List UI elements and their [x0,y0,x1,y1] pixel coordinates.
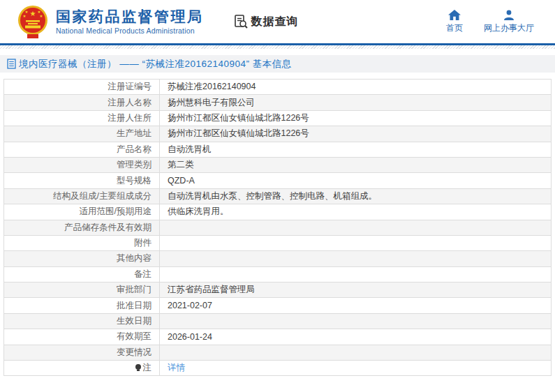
svg-text:★: ★ [23,14,27,18]
row-value: 自动洗胃机 [160,142,552,157]
row-value: 苏械注准20162140904 [160,80,552,95]
row-value: 自动洗胃机由水泵、控制管路、控制电路、机箱组成。 [160,188,552,204]
site-subtitle: National Medical Products Administration [56,27,204,35]
row-value: 第二类 [160,157,552,172]
logo-group: ★ ★ ★ ★ ★ 国家药品监督管理局 National Medical Pro… [17,4,204,39]
row-value: 详情 [160,361,552,376]
table-row: 其他内容 [4,251,552,266]
row-label: 注 [4,361,160,376]
table-row: 附件 [4,235,552,250]
row-label: 有效期至 [4,329,160,345]
row-label: 型号规格 [4,173,160,188]
data-query-label: 数据查询 [251,15,299,29]
data-query-menu[interactable]: 数据查询 [233,14,299,29]
row-value [160,266,552,282]
table-row: 有效期至2026-01-24 [4,329,552,345]
row-value: 2026-01-24 [160,329,552,345]
header-hatch-strip [0,45,555,49]
row-label: 生产地址 [4,126,160,142]
row-value [160,220,552,235]
table-row: 注册人住所扬州市江都区仙女镇仙城北路1226号 [4,110,552,126]
table-row: 批准日期2021-02-07 [4,298,552,313]
row-label: 其他内容 [4,251,160,266]
table-row: 生产地址扬州市江都区仙女镇仙城北路1226号 [4,126,552,142]
lightbulb-icon [135,364,141,370]
table-row: 结构及组成/主要组成成分自动洗胃机由水泵、控制管路、控制电路、机箱组成。 [4,188,552,204]
row-label: 变更情况 [4,345,160,360]
document-icon [7,59,16,69]
row-value [160,313,552,329]
title-block: 国家药品监督管理局 National Medical Products Admi… [56,8,204,35]
registration-info-table: 注册证编号苏械注准20162140904注册人名称扬州慧科电子有限公司注册人住所… [3,79,552,376]
row-label: 备注 [4,266,160,282]
table-row: 注册人名称扬州慧科电子有限公司 [4,95,552,110]
row-label: 管理类别 [4,157,160,172]
table-row: 型号规格QZD-A [4,173,552,188]
header-nav: 首页 网上办事大厅 [446,10,534,34]
row-value: 供临床洗胃用。 [160,204,552,220]
row-label: 注册证编号 [4,80,160,95]
row-value: 扬州市江都区仙女镇仙城北路1226号 [160,126,552,142]
row-label: 注册人住所 [4,110,160,126]
table-row: 生效日期 [4,313,552,329]
row-label: 产品储存条件及有效期 [4,220,160,235]
table-row: 产品储存条件及有效期 [4,220,552,235]
row-value: 2021-02-07 [160,298,552,313]
registration-info-table-wrap: 注册证编号苏械注准20162140904注册人名称扬州慧科电子有限公司注册人住所… [3,79,552,376]
nav-home-label: 首页 [446,22,463,34]
row-label: 产品名称 [4,142,160,157]
table-row: 备注 [4,266,552,282]
row-label: 生效日期 [4,313,160,329]
table-row: 管理类别第二类 [4,157,552,172]
row-value [160,235,552,250]
svg-text:★: ★ [40,14,43,18]
nav-online-service-hall[interactable]: 网上办事大厅 [484,10,534,34]
detail-link[interactable]: 详情 [168,363,185,372]
site-header: ★ ★ ★ ★ ★ 国家药品监督管理局 National Medical Pro… [0,0,555,43]
row-value: 扬州市江都区仙女镇仙城北路1226号 [160,110,552,126]
nav-hall-label: 网上办事大厅 [484,22,534,34]
table-row: 审批部门江苏省药品监督管理局 [4,282,552,298]
row-label: 附件 [4,235,160,250]
site-title: 国家药品监督管理局 [56,8,204,25]
table-row: 注册证编号苏械注准20162140904 [4,80,552,95]
breadcrumb-text: 境内医疗器械（注册） —— “苏械注准20162140904” 基本信息 [19,58,292,70]
row-value: QZD-A [160,173,552,188]
row-value [160,251,552,266]
svg-text:★: ★ [30,10,36,17]
row-label: 适用范围/预期用途 [4,204,160,220]
national-emblem-logo: ★ ★ ★ ★ ★ [17,4,49,39]
table-row: 变更情况 [4,345,552,360]
row-label: 注册人名称 [4,95,160,110]
nav-home[interactable]: 首页 [446,10,463,34]
row-value: 扬州慧科电子有限公司 [160,95,552,110]
table-row: 产品名称自动洗胃机 [4,142,552,157]
row-label: 结构及组成/主要组成成分 [4,188,160,204]
home-icon [448,10,461,20]
table-row: 注详情 [4,361,552,376]
row-label: 审批部门 [4,282,160,298]
breadcrumb: 境内医疗器械（注册） —— “苏械注准20162140904” 基本信息 [0,55,555,73]
user-icon [503,10,515,20]
row-value: 江苏省药品监督管理局 [160,282,552,298]
row-label: 批准日期 [4,298,160,313]
document-search-icon [233,14,249,29]
table-row: 适用范围/预期用途供临床洗胃用。 [4,204,552,220]
row-value [160,345,552,360]
